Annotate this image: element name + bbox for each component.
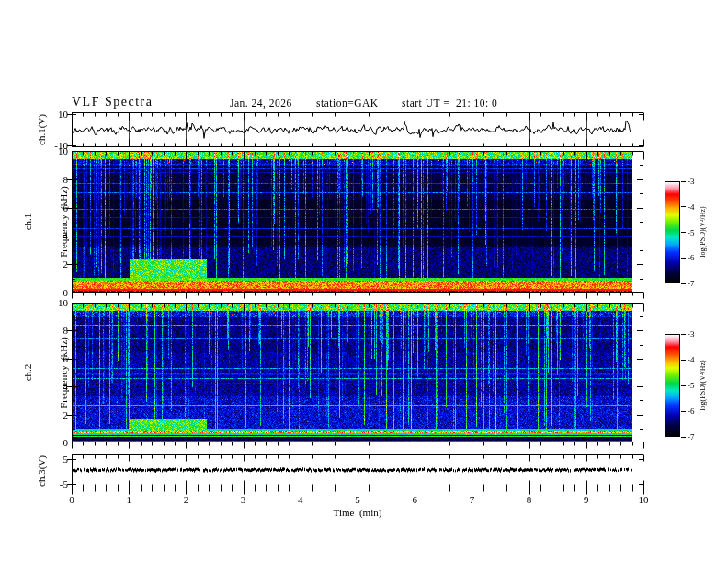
colorbar-1-label: log(PSD)(V²/Hz) [699, 206, 707, 257]
colorbar-tick-dash [681, 232, 686, 233]
colorbar-tick-dash [681, 437, 686, 438]
spec1-axis-label-line1: ch.1 [22, 186, 34, 258]
x-tick-label: 8 [527, 494, 532, 505]
colorbar-tick-label: -5 [688, 228, 695, 237]
colorbar-tick-dash [681, 258, 686, 259]
ch3-axis-label: ch.3(V) [36, 455, 48, 487]
spec2-axis-label-line2: Frequency (kHz) [58, 337, 70, 408]
colorbar-tick-label: -5 [688, 381, 695, 390]
spec1-y-tick-label: 10 [37, 145, 68, 156]
colorbar-tick-dash [681, 334, 686, 335]
spec2-y-tick-label: 4 [37, 381, 68, 392]
x-tick-label: 3 [241, 494, 246, 505]
ch1-axis-label: ch.1(V) [36, 114, 48, 145]
colorbar-tick-label: -3 [688, 177, 695, 186]
colorbar-tick-label: -7 [688, 432, 695, 442]
colorbar-tick-label: -6 [688, 407, 695, 416]
vlf-spectra-figure: VLF Spectra Jan. 24, 2026 station=GAK st… [0, 0, 728, 563]
x-axis-title: Time (min) [334, 507, 382, 518]
spec1-y-tick-label: 4 [37, 230, 68, 241]
colorbar-1 [665, 181, 680, 283]
colorbar-tick-dash [681, 360, 686, 361]
colorbar-tick-label: -6 [688, 253, 695, 262]
colorbar-tick-label: -4 [688, 202, 695, 212]
colorbar-tick-label: -3 [688, 329, 695, 339]
x-tick-label: 2 [184, 494, 189, 505]
x-tick-label: 1 [126, 494, 131, 505]
x-tick-label: 0 [69, 494, 74, 505]
colorbar-2-label: log(PSD)(V²/Hz) [699, 360, 707, 410]
x-tick-label: 4 [298, 494, 303, 505]
colorbar-tick-dash [681, 411, 686, 412]
colorbar-tick-dash [681, 385, 686, 386]
x-tick-label: 6 [412, 494, 417, 505]
spec2-y-tick-label: 6 [37, 353, 68, 364]
colorbar-tick-dash [681, 283, 686, 284]
x-tick-label: 7 [470, 494, 475, 505]
colorbar-tick-dash [681, 206, 686, 207]
date-label: Jan. 24, 2026 [230, 98, 292, 109]
spec2-y-tick-label: 0 [37, 437, 68, 448]
spec2-axis-label: ch.2 Frequency (kHz) [0, 337, 94, 408]
x-tick-label: 5 [355, 494, 360, 505]
spec1-y-tick-label: 2 [37, 259, 68, 270]
spec1-axis-label-line2: Frequency (kHz) [58, 186, 70, 258]
x-tick-label: 9 [584, 494, 589, 505]
spec2-axis-label-line1: ch.2 [22, 337, 34, 408]
spec2-y-tick-label: 10 [37, 297, 68, 308]
spec1-axis-label: ch.1 Frequency (kHz) [0, 186, 94, 258]
spec2-y-tick-label: 2 [37, 409, 68, 420]
spec1-y-tick-label: 6 [37, 202, 68, 213]
colorbar-2 [665, 334, 680, 437]
x-tick-label: 10 [639, 494, 649, 505]
colorbar-tick-label: -4 [688, 355, 695, 364]
spec2-y-tick-label: 8 [37, 325, 68, 336]
figure-canvas [0, 0, 728, 563]
station-label: station=GAK [316, 98, 379, 109]
figure-title: VLF Spectra [72, 95, 153, 109]
colorbar-tick-label: -7 [688, 279, 695, 288]
spec1-y-tick-label: 8 [37, 174, 68, 185]
start-time-label: start UT = 21: 10: 0 [402, 98, 497, 109]
colorbar-tick-dash [681, 181, 686, 182]
